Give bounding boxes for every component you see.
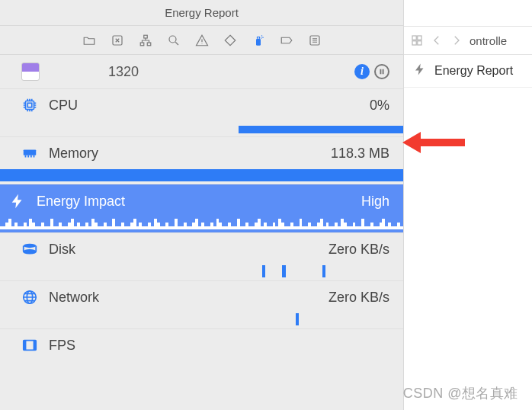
metric-cpu[interactable]: CPU 0% bbox=[0, 88, 403, 136]
memory-icon bbox=[21, 145, 38, 162]
process-row[interactable]: 1320 i bbox=[0, 55, 403, 88]
related-items-icon[interactable] bbox=[410, 34, 424, 47]
network-sparkline bbox=[0, 310, 403, 325]
svg-rect-13 bbox=[25, 155, 27, 158]
folder-icon[interactable] bbox=[82, 33, 96, 47]
debug-navigator-pane: Energy Report bbox=[0, 0, 404, 410]
svg-rect-5 bbox=[256, 38, 261, 45]
energy-sparkline bbox=[0, 214, 403, 229]
svg-point-4 bbox=[169, 36, 176, 43]
metric-label: FPS bbox=[49, 338, 75, 354]
metric-label: Network bbox=[49, 290, 99, 306]
metric-disk[interactable]: Disk Zero KB/s bbox=[0, 232, 403, 280]
svg-rect-25 bbox=[418, 36, 421, 40]
list-icon[interactable] bbox=[307, 33, 322, 47]
metric-network[interactable]: Network Zero KB/s bbox=[0, 280, 403, 328]
svg-point-7 bbox=[262, 37, 264, 38]
metric-label: Memory bbox=[49, 146, 98, 162]
pause-icon[interactable] bbox=[374, 64, 389, 79]
svg-rect-3 bbox=[147, 43, 151, 46]
spray-icon[interactable] bbox=[251, 33, 265, 47]
memory-sparkline bbox=[0, 166, 403, 181]
diamond-icon[interactable] bbox=[223, 33, 237, 47]
metric-value: 118.3 MB bbox=[331, 146, 389, 162]
app-icon bbox=[21, 62, 40, 81]
report-item-row[interactable]: Energy Report bbox=[404, 55, 532, 88]
cpu-sparkline bbox=[0, 118, 403, 133]
info-icon[interactable]: i bbox=[354, 64, 370, 79]
svg-rect-26 bbox=[412, 41, 416, 45]
metric-label: Energy Impact bbox=[37, 194, 125, 210]
svg-point-8 bbox=[261, 37, 262, 39]
metric-value: High bbox=[361, 194, 389, 210]
metric-value: 0% bbox=[370, 98, 389, 114]
bolt-icon bbox=[9, 193, 26, 210]
svg-rect-14 bbox=[27, 155, 29, 158]
disk-sparkline bbox=[0, 262, 403, 277]
svg-rect-1 bbox=[143, 35, 147, 38]
svg-rect-2 bbox=[140, 43, 144, 46]
metrics-list: CPU 0% Memory 118.3 MB bbox=[0, 88, 403, 360]
svg-point-18 bbox=[24, 249, 37, 254]
breadcrumb[interactable]: ontrolle bbox=[470, 34, 507, 47]
navigator-toolbar bbox=[0, 26, 403, 55]
svg-rect-10 bbox=[26, 101, 34, 110]
metric-value: Zero KB/s bbox=[328, 290, 389, 306]
svg-rect-16 bbox=[34, 155, 35, 158]
metric-fps[interactable]: FPS bbox=[0, 328, 403, 360]
svg-point-6 bbox=[261, 35, 262, 37]
process-pid: 1320 bbox=[108, 64, 139, 80]
disk-icon bbox=[21, 241, 38, 258]
network-icon bbox=[21, 289, 38, 306]
close-box-icon[interactable] bbox=[110, 33, 124, 47]
editor-pane: ontrolle Energy Report bbox=[404, 0, 532, 410]
svg-point-17 bbox=[24, 244, 37, 248]
fps-icon bbox=[21, 337, 38, 354]
bolt-icon bbox=[413, 62, 427, 79]
window-title-text: Energy Report bbox=[165, 6, 239, 19]
cpu-icon bbox=[21, 97, 38, 114]
svg-rect-11 bbox=[27, 103, 32, 107]
tag-icon[interactable] bbox=[279, 33, 293, 47]
editor-toolbar: ontrolle bbox=[404, 26, 532, 55]
metric-value: Zero KB/s bbox=[328, 242, 389, 258]
report-item-label: Energy Report bbox=[434, 64, 513, 78]
window-title: Energy Report bbox=[0, 0, 403, 26]
nav-forward-button[interactable] bbox=[450, 34, 463, 47]
svg-rect-22 bbox=[24, 341, 27, 351]
svg-rect-23 bbox=[34, 341, 37, 351]
svg-rect-24 bbox=[412, 36, 416, 40]
svg-rect-27 bbox=[418, 41, 421, 45]
metric-memory[interactable]: Memory 118.3 MB bbox=[0, 136, 403, 184]
search-icon[interactable] bbox=[166, 33, 181, 47]
metric-label: Disk bbox=[49, 242, 75, 258]
nav-back-button[interactable] bbox=[430, 34, 444, 47]
svg-rect-12 bbox=[24, 149, 37, 155]
metric-label: CPU bbox=[49, 98, 78, 114]
warning-icon[interactable] bbox=[194, 33, 209, 47]
hierarchy-icon[interactable] bbox=[138, 33, 152, 47]
svg-rect-15 bbox=[30, 155, 32, 158]
metric-energy[interactable]: Energy Impact High bbox=[0, 184, 403, 232]
